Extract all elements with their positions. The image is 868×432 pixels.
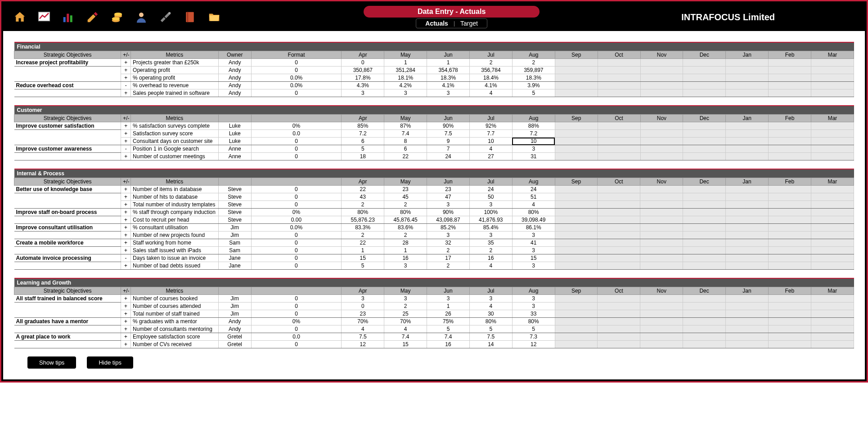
value-cell[interactable]: [811, 341, 854, 348]
value-cell[interactable]: [811, 254, 854, 262]
value-cell[interactable]: [555, 82, 598, 89]
value-cell[interactable]: [683, 89, 726, 97]
value-cell[interactable]: [683, 82, 726, 89]
value-cell[interactable]: 4.2%: [384, 82, 427, 89]
value-cell[interactable]: 80%: [469, 318, 512, 325]
value-cell[interactable]: [768, 209, 811, 216]
value-cell[interactable]: [768, 224, 811, 232]
value-cell[interactable]: [640, 341, 683, 348]
value-cell[interactable]: [640, 254, 683, 262]
value-cell[interactable]: 14: [469, 341, 512, 348]
value-cell[interactable]: [683, 153, 726, 160]
value-cell[interactable]: [769, 130, 811, 138]
value-cell[interactable]: 7.5: [427, 130, 470, 138]
chart-bar-icon[interactable]: [61, 9, 76, 25]
value-cell[interactable]: [683, 74, 726, 82]
value-cell[interactable]: [726, 303, 769, 310]
value-cell[interactable]: [598, 247, 640, 254]
value-cell[interactable]: [598, 153, 640, 160]
value-cell[interactable]: [598, 325, 640, 333]
value-cell[interactable]: 15: [512, 254, 555, 262]
value-cell[interactable]: 90%: [427, 209, 470, 216]
value-cell[interactable]: [598, 216, 640, 224]
value-cell[interactable]: [640, 303, 683, 310]
value-cell[interactable]: [555, 138, 598, 145]
value-cell[interactable]: [726, 67, 769, 74]
value-cell[interactable]: [811, 232, 854, 239]
value-cell[interactable]: 7.2: [342, 130, 384, 138]
value-cell[interactable]: 45,876.45: [384, 216, 427, 224]
value-cell[interactable]: [555, 254, 598, 262]
value-cell[interactable]: 18: [342, 153, 384, 160]
value-cell[interactable]: [598, 145, 640, 153]
value-cell[interactable]: 350,867: [342, 67, 384, 74]
value-cell[interactable]: [768, 254, 811, 262]
value-cell[interactable]: 80%: [384, 209, 427, 216]
value-cell[interactable]: [683, 239, 726, 247]
value-cell[interactable]: [598, 262, 640, 270]
value-cell[interactable]: [769, 145, 811, 153]
value-cell[interactable]: 3: [427, 232, 470, 239]
value-cell[interactable]: [768, 341, 811, 348]
value-cell[interactable]: [811, 247, 854, 254]
value-cell[interactable]: 18.1%: [384, 74, 427, 82]
value-cell[interactable]: 5: [342, 145, 384, 153]
value-cell[interactable]: 41,876.93: [469, 216, 512, 224]
value-cell[interactable]: 7.2: [512, 130, 555, 138]
value-cell[interactable]: 5: [512, 89, 555, 97]
value-cell[interactable]: [683, 67, 726, 74]
value-cell[interactable]: [683, 201, 726, 209]
value-cell[interactable]: 3: [427, 295, 470, 303]
value-cell[interactable]: [726, 325, 769, 333]
edit-icon[interactable]: [85, 9, 100, 25]
value-cell[interactable]: 4: [470, 89, 513, 97]
value-cell[interactable]: [811, 82, 854, 89]
value-cell[interactable]: [555, 303, 598, 310]
value-cell[interactable]: 23: [384, 186, 427, 193]
value-cell[interactable]: 31: [512, 153, 555, 160]
value-cell[interactable]: 33: [512, 310, 555, 318]
value-cell[interactable]: [811, 193, 854, 201]
value-cell[interactable]: [640, 216, 683, 224]
value-cell[interactable]: 7.7: [470, 130, 513, 138]
value-cell[interactable]: 359,897: [512, 67, 555, 74]
folder-icon[interactable]: [207, 9, 222, 25]
value-cell[interactable]: [726, 209, 769, 216]
value-cell[interactable]: 3: [469, 201, 512, 209]
chart-line-icon[interactable]: [36, 9, 52, 25]
value-cell[interactable]: 90%: [427, 122, 470, 130]
value-cell[interactable]: 3: [342, 295, 384, 303]
value-cell[interactable]: [555, 216, 598, 224]
value-cell[interactable]: 39,098.49: [512, 216, 555, 224]
value-cell[interactable]: 4: [470, 145, 513, 153]
value-cell[interactable]: 80%: [512, 318, 555, 325]
value-cell[interactable]: [555, 89, 598, 97]
value-cell[interactable]: 15: [384, 341, 427, 348]
value-cell[interactable]: [769, 89, 811, 97]
value-cell[interactable]: [811, 303, 854, 310]
value-cell[interactable]: [726, 333, 769, 341]
value-cell[interactable]: [726, 224, 769, 232]
value-cell[interactable]: 83.3%: [342, 224, 384, 232]
value-cell[interactable]: 22: [342, 186, 384, 193]
value-cell[interactable]: 7: [427, 145, 470, 153]
value-cell[interactable]: [555, 122, 598, 130]
value-cell[interactable]: 86.1%: [512, 224, 555, 232]
value-cell[interactable]: 80%: [512, 209, 555, 216]
coins-icon[interactable]: [109, 9, 125, 25]
value-cell[interactable]: [640, 186, 683, 193]
value-cell[interactable]: 3: [512, 247, 555, 254]
value-cell[interactable]: 85.2%: [427, 224, 470, 232]
value-cell[interactable]: 4.1%: [427, 82, 470, 89]
value-cell[interactable]: 8: [384, 138, 427, 145]
value-cell[interactable]: 22: [384, 153, 427, 160]
value-cell[interactable]: 7.5: [342, 333, 384, 341]
value-cell[interactable]: [598, 333, 640, 341]
value-cell[interactable]: [811, 138, 854, 145]
show-tips-button[interactable]: Show tips: [27, 356, 76, 369]
value-cell[interactable]: 32: [427, 239, 470, 247]
value-cell[interactable]: [683, 224, 726, 232]
value-cell[interactable]: [640, 232, 683, 239]
value-cell[interactable]: 2: [512, 59, 555, 67]
value-cell[interactable]: [555, 145, 598, 153]
